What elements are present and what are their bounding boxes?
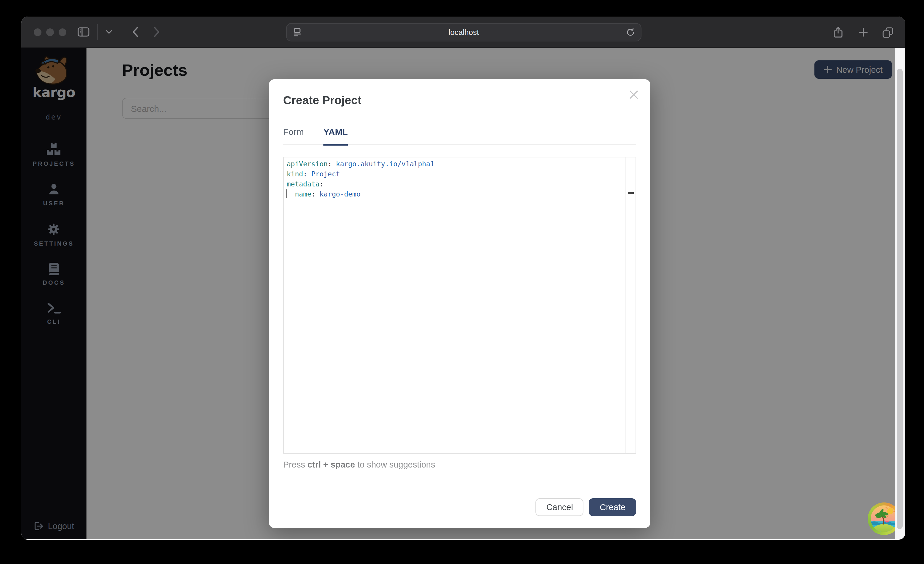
code-line: metadata: — [286, 180, 624, 189]
forward-button[interactable] — [147, 23, 165, 41]
code-lines: apiVersion: kargo.akuity.io/v1alpha1kind… — [284, 157, 636, 199]
tab-yaml[interactable]: YAML — [323, 127, 348, 145]
back-button[interactable] — [126, 23, 144, 41]
close-window-button[interactable] — [34, 28, 42, 36]
share-button[interactable] — [829, 23, 847, 41]
toolbar-separator — [97, 24, 98, 40]
tab-overview-button[interactable] — [879, 23, 897, 41]
address-bar[interactable]: localhost — [286, 23, 642, 42]
page-settings-icon[interactable] — [293, 28, 302, 37]
modal-title: Create Project — [283, 79, 636, 107]
hint-prefix: Press — [283, 460, 308, 469]
browser-window: localhost — [21, 16, 905, 540]
yaml-editor[interactable]: apiVersion: kargo.akuity.io/v1alpha1kind… — [283, 157, 636, 454]
minimize-window-button[interactable] — [46, 28, 54, 36]
share-icon — [833, 27, 843, 38]
sidebar-toggle-button[interactable] — [75, 23, 92, 41]
island-scene-icon — [871, 506, 897, 532]
zoom-window-button[interactable] — [58, 28, 66, 36]
app-page: kargo dev PROJECTS — [21, 48, 905, 539]
editor-hint: Press ctrl + space to show suggestions — [283, 460, 636, 469]
page-scrollbar — [895, 48, 905, 539]
create-button[interactable]: Create — [589, 498, 636, 516]
editor-cursor-ruler-mark — [628, 192, 634, 194]
modal-tabs: Form YAML — [283, 127, 636, 145]
modal-close-button[interactable] — [629, 90, 639, 99]
tab-form[interactable]: Form — [283, 127, 304, 144]
modal-footer: Cancel Create — [536, 498, 636, 516]
editor-active-line — [284, 197, 626, 208]
sidebar-toggle-icon — [78, 27, 90, 37]
sidebar-menu-chevron-button[interactable] — [100, 23, 118, 41]
plus-icon — [858, 28, 867, 37]
cancel-button[interactable]: Cancel — [536, 498, 584, 516]
address-text: localhost — [286, 28, 641, 37]
new-tab-button[interactable] — [854, 23, 872, 41]
tabs-overview-icon — [882, 27, 893, 37]
code-line: apiVersion: kargo.akuity.io/v1alpha1 — [286, 159, 624, 169]
hint-keys: ctrl + space — [308, 460, 355, 469]
reload-button[interactable] — [626, 28, 635, 37]
create-project-modal: Create Project Form YAML apiVersion: kar… — [269, 79, 650, 528]
hint-suffix: to show suggestions — [355, 460, 435, 469]
back-chevron-icon — [132, 27, 138, 37]
code-line: kind: Project — [286, 169, 624, 180]
traffic-lights — [34, 28, 66, 36]
chevron-down-icon — [106, 30, 112, 34]
browser-toolbar: localhost — [21, 16, 905, 48]
forward-chevron-icon — [153, 27, 160, 37]
reload-icon — [626, 28, 635, 37]
scrollbar-thumb[interactable] — [897, 69, 903, 529]
close-icon — [629, 90, 639, 99]
editor-overview-ruler — [626, 157, 626, 453]
